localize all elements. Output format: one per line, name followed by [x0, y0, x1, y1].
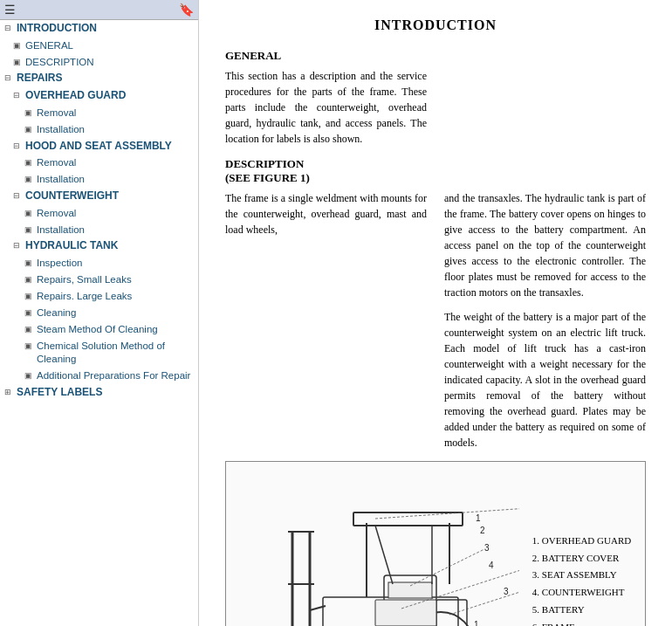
svg-rect-23: [375, 600, 436, 626]
svg-text:2: 2: [480, 526, 485, 535]
forklift-diagram: HYSTER 4/0 1 2 3 4 1 2 3 4 5 6: [240, 471, 519, 626]
svg-text:4: 4: [489, 561, 494, 570]
description-heading: DESCRIPTION (SEE FIGURE 1): [225, 157, 646, 185]
svg-line-30: [410, 549, 484, 586]
sidebar-item-repairs-large[interactable]: ▣Repairs. Large Leaks: [0, 288, 198, 305]
menu-icon: ☰: [4, 3, 16, 17]
bookmark-icon: 🔖: [179, 3, 194, 17]
legend-item: 1. OVERHEAD GUARD: [532, 533, 631, 550]
svg-text:3: 3: [504, 587, 509, 596]
svg-text:1: 1: [474, 620, 479, 626]
leaf-icon: ▣: [24, 292, 35, 302]
sidebar-item-label: HOOD AND SEAT ASSEMBLY: [25, 140, 172, 154]
collapse-icon: ⊟: [4, 73, 15, 84]
sidebar-item-repairs[interactable]: ⊟REPAIRS: [0, 70, 198, 87]
sidebar-item-repairs-small[interactable]: ▣Repairs, Small Leaks: [0, 272, 198, 288]
sidebar-item-label: Installation: [37, 224, 85, 237]
sidebar-item-label: Removal: [37, 207, 76, 220]
leaf-icon: ▣: [13, 41, 24, 52]
sidebar-item-installation-og[interactable]: ▣Installation: [0, 121, 198, 138]
svg-line-11: [375, 526, 393, 584]
leaf-icon: ▣: [24, 325, 35, 335]
leaf-icon: ▣: [24, 371, 35, 382]
leaf-icon: ▣: [13, 58, 24, 68]
sidebar-item-safety-labels[interactable]: ⊞SAFETY LABELS: [0, 384, 198, 402]
sidebar-item-description[interactable]: ▣DESCRIPTION: [0, 54, 198, 71]
sidebar-header: ☰ 🔖: [0, 0, 198, 20]
sidebar-item-label: OVERHEAD GUARD: [25, 89, 126, 103]
sidebar-item-label: Removal: [37, 107, 76, 120]
leaf-icon: ▣: [24, 125, 35, 135]
general-section: This section has a description and the s…: [225, 68, 646, 147]
legend-item: 3. SEAT ASSEMBLY: [532, 567, 631, 584]
legend-item: 6. FRAME: [532, 619, 631, 626]
svg-rect-10: [353, 512, 463, 526]
sidebar-item-counterweight[interactable]: ⊟COUNTERWEIGHT: [0, 188, 198, 205]
general-text-left: This section has a description and the s…: [225, 68, 427, 147]
sidebar-item-introduction[interactable]: ⊟INTRODUCTION: [0, 20, 198, 38]
sidebar-item-overhead-guard[interactable]: ⊟OVERHEAD GUARD: [0, 87, 198, 105]
sidebar-item-label: Additional Preparations For Repair: [37, 369, 190, 382]
svg-text:3: 3: [484, 543, 490, 553]
figure-legend: 1. OVERHEAD GUARD2. BATTERY COVER3. SEAT…: [532, 533, 631, 626]
collapse-icon: ⊟: [4, 24, 15, 34]
svg-text:1: 1: [476, 513, 481, 523]
leaf-icon: ▣: [24, 341, 35, 352]
legend-item: 2. BATTERY COVER: [532, 550, 631, 568]
leaf-icon: ▣: [24, 308, 35, 319]
collapse-icon: ⊟: [13, 191, 24, 202]
sidebar-item-label: Installation: [37, 123, 85, 136]
sidebar-item-label: Inspection: [37, 257, 82, 270]
figure-box: HYSTER 4/0 1 2 3 4 1 2 3 4 5 6: [225, 461, 646, 626]
collapse-icon: ⊟: [13, 91, 24, 101]
leaf-icon: ▣: [24, 275, 35, 285]
sidebar-item-label: Repairs. Large Leaks: [37, 290, 132, 303]
legend-item: 4. COUNTERWEIGHT: [532, 584, 631, 602]
leaf-icon: ▣: [24, 175, 35, 185]
description-text-right: and the transaxles. The hydraulic tank i…: [444, 190, 646, 451]
sidebar-item-label: Cleaning: [37, 306, 76, 320]
sidebar-item-label: Steam Method Of Cleaning: [37, 323, 158, 336]
legend-item: 5. BATTERY: [532, 602, 631, 619]
description-section: The frame is a single weldment with moun…: [225, 190, 646, 451]
sidebar-item-label: INTRODUCTION: [17, 22, 97, 36]
general-heading: GENERAL: [225, 49, 646, 63]
sidebar-item-label: HYDRAULIC TANK: [25, 239, 118, 253]
general-text-right: [444, 68, 646, 147]
sidebar-item-cleaning[interactable]: ▣Cleaning: [0, 305, 198, 321]
sidebar-item-label: GENERAL: [25, 39, 73, 52]
leaf-icon: ▣: [24, 258, 35, 269]
page-title: INTRODUCTION: [225, 17, 646, 33]
sidebar-item-label: Removal: [37, 156, 76, 169]
leaf-icon: ▣: [24, 225, 35, 236]
sidebar-item-installation-hs[interactable]: ▣Installation: [0, 171, 198, 188]
sidebar-item-installation-cw[interactable]: ▣Installation: [0, 222, 198, 238]
sidebar-item-chemical-solution[interactable]: ▣Chemical Solution Method of Cleaning: [0, 338, 198, 368]
sidebar-item-label: Installation: [37, 173, 85, 186]
svg-rect-6: [388, 582, 432, 598]
svg-line-26: [375, 497, 519, 519]
sidebar-item-inspection[interactable]: ▣Inspection: [0, 255, 198, 272]
main-content: INTRODUCTION GENERAL This section has a …: [199, 0, 672, 626]
sidebar-item-removal-hs[interactable]: ▣Removal: [0, 155, 198, 171]
leaf-icon: ▣: [24, 209, 35, 219]
sidebar-item-hood-seat[interactable]: ⊟HOOD AND SEAT ASSEMBLY: [0, 138, 198, 155]
figure-content: HYSTER 4/0 1 2 3 4 1 2 3 4 5 6: [235, 471, 636, 626]
sidebar-item-removal-cw[interactable]: ▣Removal: [0, 205, 198, 222]
sidebar-item-label: Repairs, Small Leaks: [37, 273, 132, 286]
sidebar-item-hydraulic-tank[interactable]: ⊟HYDRAULIC TANK: [0, 237, 198, 255]
leaf-icon: ▣: [24, 108, 35, 119]
sidebar-item-label: SAFETY LABELS: [17, 386, 102, 400]
sidebar-item-label: COUNTERWEIGHT: [25, 189, 119, 203]
description-text-left: The frame is a single weldment with moun…: [225, 190, 427, 451]
collapse-icon: ⊟: [13, 141, 24, 152]
leaf-icon: ▣: [24, 158, 35, 169]
sidebar-item-label: DESCRIPTION: [25, 56, 94, 69]
sidebar-item-label: REPAIRS: [17, 72, 62, 86]
sidebar-item-label: Chemical Solution Method of Cleaning: [37, 340, 198, 366]
sidebar-item-general[interactable]: ▣GENERAL: [0, 38, 198, 54]
sidebar-item-additional-prep[interactable]: ▣Additional Preparations For Repair: [0, 368, 198, 384]
sidebar: ☰ 🔖 ⊟INTRODUCTION▣GENERAL▣DESCRIPTION⊟RE…: [0, 0, 199, 626]
sidebar-item-removal-og[interactable]: ▣Removal: [0, 105, 198, 121]
sidebar-item-steam-method[interactable]: ▣Steam Method Of Cleaning: [0, 321, 198, 338]
